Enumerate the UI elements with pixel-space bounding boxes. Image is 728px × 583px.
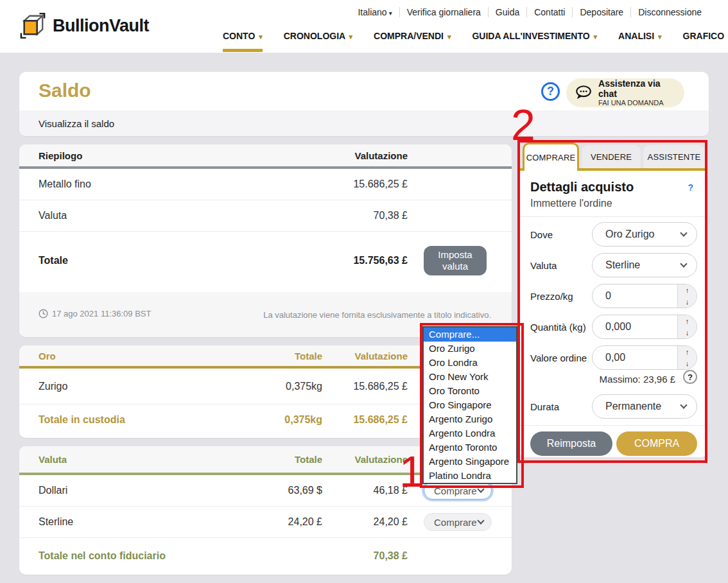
caret-down-icon: ▾ bbox=[594, 33, 598, 40]
buy-button[interactable]: COMPRA bbox=[616, 431, 697, 456]
brand-name: BullionVault bbox=[53, 16, 149, 36]
quantita-input-group: ↑ ↓ bbox=[592, 315, 697, 339]
valore-stepper: ↑ ↓ bbox=[677, 346, 697, 369]
dropdown-option[interactable]: Oro Zurigo bbox=[424, 342, 516, 356]
dropdown-option[interactable]: Oro Singapore bbox=[424, 398, 516, 412]
caret-down-icon: ▾ bbox=[349, 33, 353, 40]
dropdown-option-selected[interactable]: Comprare... bbox=[424, 327, 516, 342]
chat-title: Assistenza via chat bbox=[598, 78, 676, 99]
row-total: 0,375kg bbox=[286, 381, 322, 392]
step-down-icon[interactable]: ↓ bbox=[678, 327, 697, 338]
valutazione-header: Valutazione bbox=[354, 150, 408, 161]
sterline-comprare-select[interactable]: Comprare bbox=[424, 513, 492, 531]
chat-assist-button[interactable]: Assistenza via chat FAI UNA DOMANDA bbox=[566, 78, 684, 107]
table-row: Valuta 70,38 £ bbox=[19, 200, 512, 232]
panel-subtitle: Immettere l'ordine bbox=[530, 198, 612, 209]
dove-select[interactable]: Oro Zurigo bbox=[592, 222, 697, 247]
valore-input-group: ↑ ↓ bbox=[592, 345, 697, 370]
durata-select[interactable]: Permanente bbox=[592, 394, 697, 419]
table-row: Metallo fino 15.686,25 £ bbox=[19, 169, 512, 200]
utility-nav-language[interactable]: Italiano▾ bbox=[351, 7, 399, 17]
valutazione-header: Valutazione bbox=[354, 454, 408, 465]
utility-nav-contacts[interactable]: Contatti bbox=[526, 7, 572, 17]
bullionvault-balance-page: BullionVault Italiano▾ Verifica giornali… bbox=[0, 0, 728, 583]
valuta-select[interactable]: Sterline bbox=[592, 253, 697, 277]
valuta-header: Valuta bbox=[39, 454, 67, 465]
main-nav-compra-vendi[interactable]: COMPRA/VENDI ▾ bbox=[374, 31, 451, 52]
row-value: 24,20 £ bbox=[374, 516, 408, 528]
set-currency-button[interactable]: Imposta valuta bbox=[424, 246, 487, 275]
oro-header: Oro bbox=[39, 351, 56, 361]
row-value: 15.686,25 £ bbox=[353, 178, 408, 190]
main-nav-conto[interactable]: CONTO ▾ bbox=[223, 31, 263, 52]
row-label: Dollari bbox=[39, 485, 67, 496]
dropdown-option[interactable]: Argento Singapore bbox=[424, 455, 516, 469]
tab-assistente[interactable]: ASSISTENTE bbox=[643, 145, 705, 168]
chat-labels: Assistenza via chat FAI UNA DOMANDA bbox=[598, 78, 676, 107]
massimo-help-icon[interactable]: ? bbox=[683, 370, 697, 384]
row-value: 70,38 £ bbox=[374, 210, 408, 222]
divider bbox=[519, 425, 707, 426]
buy-order-panel: Dettagli acquisto ? Immettere l'ordine D… bbox=[519, 171, 707, 457]
utility-nav-help[interactable]: Guida bbox=[488, 7, 526, 17]
caret-down-icon: ▾ bbox=[658, 33, 662, 40]
clock-icon bbox=[39, 309, 48, 318]
total-label: Totale nel conto fiduciario bbox=[39, 550, 166, 562]
page-title: Saldo bbox=[39, 80, 91, 101]
prezzo-input[interactable] bbox=[593, 284, 677, 308]
prezzo-label: Prezzo/kg bbox=[530, 291, 573, 302]
dollari-comprare-select[interactable]: Comprare bbox=[424, 482, 492, 500]
bullionvault-cube-icon bbox=[19, 13, 46, 39]
valutazione-header: Valutazione bbox=[354, 351, 408, 361]
chevron-down-icon bbox=[477, 517, 484, 524]
dropdown-option[interactable]: Oro New York bbox=[424, 370, 516, 384]
brand-logo[interactable]: BullionVault bbox=[19, 13, 149, 39]
dropdown-option[interactable]: Oro Londra bbox=[424, 356, 516, 370]
utility-nav: Italiano▾ Verifica giornaliera Guida Con… bbox=[351, 7, 709, 17]
dropdown-option[interactable]: Argento Zurigo bbox=[424, 412, 516, 426]
tab-comprare[interactable]: COMPRARE bbox=[523, 143, 579, 171]
main-nav-guida-investimento[interactable]: GUIDA ALL'INVESTIMENTO ▾ bbox=[472, 31, 597, 52]
quantita-input[interactable] bbox=[593, 315, 677, 338]
main-nav-cronologia[interactable]: CRONOLOGIA ▾ bbox=[284, 31, 352, 52]
panel-help-icon[interactable]: ? bbox=[688, 182, 693, 193]
totale-header: Totale bbox=[295, 351, 322, 361]
reset-button[interactable]: Reimposta bbox=[530, 431, 612, 456]
step-up-icon[interactable]: ↑ bbox=[678, 315, 697, 327]
main-nav-analisi[interactable]: ANALISI ▾ bbox=[618, 31, 661, 52]
row-value: 46,18 £ bbox=[374, 485, 408, 496]
tab-vendere[interactable]: VENDERE bbox=[582, 145, 641, 168]
dropdown-option[interactable]: Argento Londra bbox=[424, 426, 516, 440]
valuta-label: Valuta bbox=[530, 260, 557, 271]
chevron-down-icon bbox=[680, 260, 687, 267]
total-value: 70,38 £ bbox=[374, 550, 408, 562]
valore-input[interactable] bbox=[593, 346, 677, 369]
utility-nav-deposit[interactable]: Depositare bbox=[572, 7, 630, 17]
saldo-header-card: Saldo ? Assistenza via chat FAI UNA DOMA… bbox=[19, 72, 709, 136]
dropdown-option[interactable]: Argento Toronto bbox=[424, 440, 516, 455]
quantita-label: Quantità (kg) bbox=[530, 322, 586, 333]
chevron-down-icon bbox=[680, 401, 687, 408]
utility-nav-logout[interactable]: Disconnessione bbox=[630, 7, 709, 17]
step-down-icon[interactable]: ↓ bbox=[678, 296, 697, 308]
dropdown-option[interactable]: Platino Londra bbox=[424, 469, 516, 483]
table-row-total: Totale 15.756,63 £ Imposta valuta bbox=[19, 232, 512, 290]
caret-down-icon: ▾ bbox=[389, 10, 392, 17]
total-value: 15.686,25 £ bbox=[353, 414, 408, 426]
step-up-icon[interactable]: ↑ bbox=[678, 284, 697, 296]
caret-down-icon: ▾ bbox=[259, 33, 263, 40]
main-nav-grafico[interactable]: GRAFICO ▾ bbox=[683, 31, 728, 52]
row-label: Zurigo bbox=[39, 381, 67, 392]
dove-label: Dove bbox=[530, 229, 553, 240]
row-label: Valuta bbox=[39, 210, 67, 222]
prezzo-input-group: ↑ ↓ bbox=[592, 284, 697, 308]
row-total: 63,69 $ bbox=[288, 485, 322, 496]
riepilogo-card: Riepilogo Valutazione Metallo fino 15.68… bbox=[19, 144, 512, 337]
prezzo-stepper: ↑ ↓ bbox=[677, 284, 697, 308]
dropdown-option[interactable]: Oro Toronto bbox=[424, 384, 516, 398]
page-help-icon[interactable]: ? bbox=[541, 82, 560, 101]
main-nav: CONTO ▾ CRONOLOGIA ▾ COMPRA/VENDI ▾ GUID… bbox=[223, 31, 728, 52]
step-down-icon[interactable]: ↓ bbox=[678, 358, 697, 369]
step-up-icon[interactable]: ↑ bbox=[678, 346, 697, 358]
utility-nav-daily-audit[interactable]: Verifica giornaliera bbox=[399, 7, 488, 17]
